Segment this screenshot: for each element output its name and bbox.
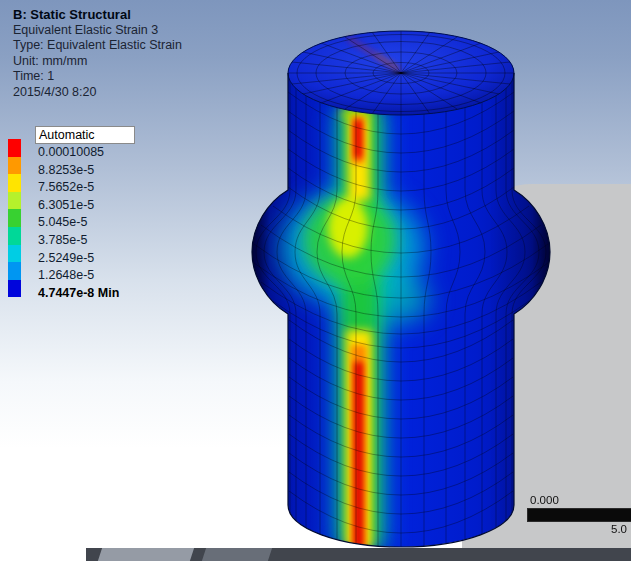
legend-value: 1.2648e-5 [38, 268, 94, 282]
analysis-title: B: Static Structural [13, 7, 182, 23]
ruler-start-label: 0.000 [530, 494, 631, 506]
cap-mesh [288, 31, 514, 115]
strain-legend: Automatic 0.00010085 8.8253e-5 7.5652e-5… [8, 139, 119, 297]
legend-row: 5.045e-5 [8, 209, 119, 227]
legend-row: 8.8253e-5 [8, 157, 119, 175]
legend-swatch [8, 227, 21, 245]
legend-row: 6.3051e-5 [8, 192, 119, 210]
legend-value: 8.8253e-5 [38, 163, 94, 177]
legend-value: 3.785e-5 [38, 233, 87, 247]
ansys-viewport-screenshot: { "header": { "title": "B: Static Struct… [0, 0, 631, 561]
legend-value: 5.045e-5 [38, 215, 87, 229]
ruler-bar [527, 508, 631, 522]
legend-value: 0.00010085 [38, 145, 104, 159]
legend-row: 7.5652e-5 [8, 174, 119, 192]
legend-value: 7.5652e-5 [38, 180, 94, 194]
legend-row: 4.7447e-8 Min [8, 280, 119, 298]
legend-swatch [8, 245, 21, 263]
legend-swatch [8, 139, 21, 157]
model-top-cap [288, 31, 514, 115]
bottom-tab-1[interactable] [98, 548, 194, 561]
result-info-block: B: Static Structural Equivalent Elastic … [13, 7, 182, 100]
legend-swatch [8, 192, 21, 210]
legend-row: 3.785e-5 [8, 227, 119, 245]
legend-value: 2.5249e-5 [38, 251, 94, 265]
result-time: Time: 1 [13, 69, 182, 85]
result-date: 2015/4/30 8:20 [13, 85, 182, 101]
legend-swatch [8, 174, 21, 192]
legend-row: 2.5249e-5 [8, 245, 119, 263]
legend-caption-input[interactable]: Automatic [35, 126, 135, 144]
legend-swatch [8, 157, 21, 175]
legend-value: 6.3051e-5 [38, 198, 94, 212]
ruler-end-label: 5.0 [611, 523, 631, 535]
scale-ruler: 0.000 5.0 [527, 494, 631, 535]
bottom-tab-2[interactable] [202, 548, 272, 561]
result-type: Type: Equivalent Elastic Strain [13, 38, 182, 54]
legend-swatch [8, 262, 21, 280]
legend-swatch [8, 209, 21, 227]
result-unit: Unit: mm/mm [13, 54, 182, 70]
legend-swatch [8, 280, 21, 298]
legend-value: 4.7447e-8 Min [38, 286, 119, 300]
bottom-tab-strip [86, 548, 631, 561]
result-name: Equivalent Elastic Strain 3 [13, 23, 182, 39]
legend-row: 1.2648e-5 [8, 262, 119, 280]
